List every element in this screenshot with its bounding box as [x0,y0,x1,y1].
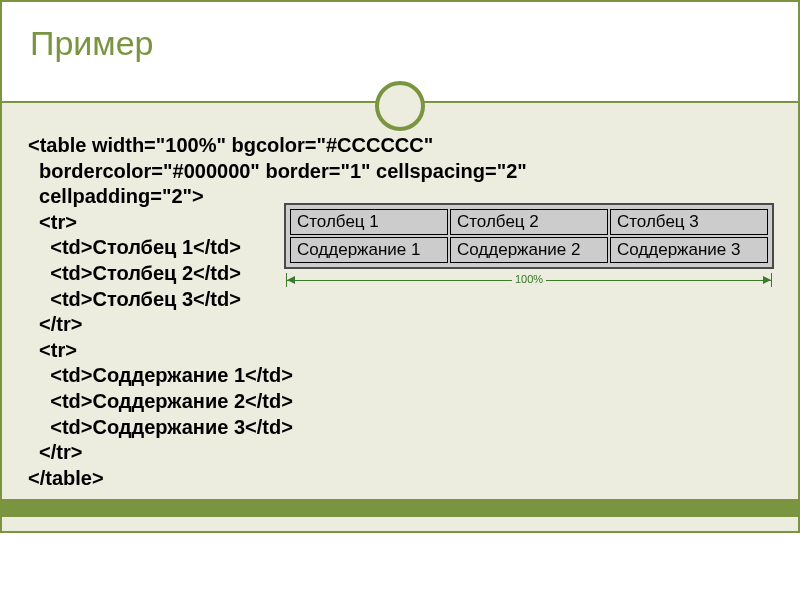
body-region: <table width="100%" bgcolor="#CCCCCC" bo… [0,103,800,533]
arrow-right-icon [763,276,771,284]
dim-tick-icon [771,273,772,287]
ring-ornament-icon [375,81,425,131]
code-line: <td>Столбец 1</td> [28,236,241,258]
code-line: <td>Соддержание 1</td> [28,364,293,386]
dimension-annotation: 100% [284,271,774,291]
code-line: <table width="100%" bgcolor="#CCCCCC" [28,134,433,156]
code-line: </table> [28,467,104,489]
code-block: <table width="100%" bgcolor="#CCCCCC" bo… [28,133,772,491]
table-frame: Столбец 1 Столбец 2 Столбец 3 Соддержани… [284,203,774,269]
code-line: <td>Соддержание 2</td> [28,390,293,412]
code-line: <tr> [28,211,77,233]
slide-title: Пример [30,24,770,63]
code-line: </tr> [28,313,82,335]
bottom-accent-bar [2,499,798,517]
table-cell: Столбец 1 [290,209,448,235]
code-line: cellpadding="2"> [28,185,204,207]
dim-label: 100% [512,273,546,285]
code-line: <td>Соддержание 3</td> [28,416,293,438]
table-row: Столбец 1 Столбец 2 Столбец 3 [290,209,768,235]
example-table: Столбец 1 Столбец 2 Столбец 3 Соддержани… [288,207,770,265]
table-cell: Столбец 3 [610,209,768,235]
code-line: <td>Столбец 2</td> [28,262,241,284]
code-line: bordercolor="#000000" border="1" cellspa… [28,160,527,182]
table-cell: Соддержание 3 [610,237,768,263]
table-cell: Соддержание 2 [450,237,608,263]
code-line: </tr> [28,441,82,463]
table-cell: Соддержание 1 [290,237,448,263]
slide: Пример <table width="100%" bgcolor="#CCC… [0,0,800,600]
table-cell: Столбец 2 [450,209,608,235]
code-line: <tr> [28,339,77,361]
table-row: Соддержание 1 Соддержание 2 Соддержание … [290,237,768,263]
code-line: <td>Столбец 3</td> [28,288,241,310]
rendered-table-example: Столбец 1 Столбец 2 Столбец 3 Соддержани… [284,203,774,291]
